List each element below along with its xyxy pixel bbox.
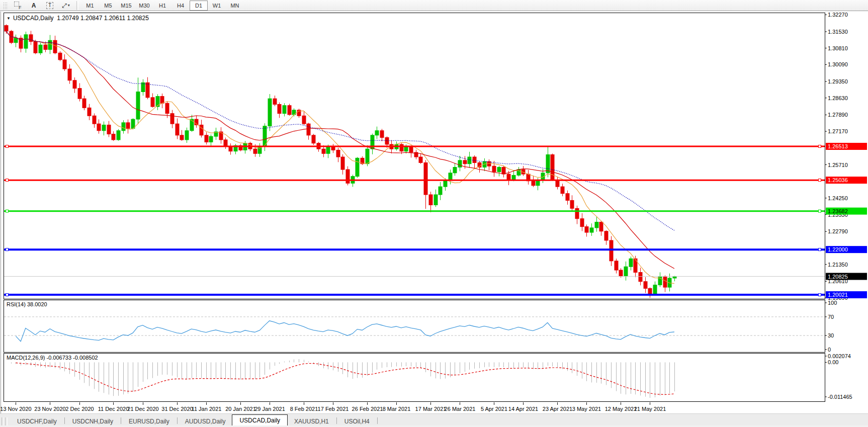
candle-body bbox=[341, 157, 344, 169]
candle-body bbox=[453, 167, 457, 173]
price-label-1.26513: 1.26513 bbox=[826, 143, 867, 150]
candle-body bbox=[419, 157, 422, 162]
timeframe-button-d1[interactable]: D1 bbox=[190, 1, 208, 11]
timeframe-button-m15[interactable]: M15 bbox=[117, 1, 135, 11]
candle-body bbox=[561, 187, 564, 194]
price-tick-label: 1.22790 bbox=[828, 228, 848, 234]
candle-body bbox=[190, 119, 194, 131]
candle-body bbox=[151, 98, 154, 107]
candle-body bbox=[624, 267, 628, 276]
line-handle[interactable] bbox=[6, 145, 9, 148]
date-label: 13 Nov 2020 bbox=[0, 406, 31, 412]
candle-body bbox=[48, 40, 52, 49]
textbox-tool-button[interactable]: T bbox=[42, 1, 58, 11]
horizontal-level-line[interactable] bbox=[4, 248, 825, 251]
macd-tick-label: 0.00 bbox=[828, 359, 838, 365]
candle-body bbox=[473, 157, 476, 162]
fibo-grid-icon: F bbox=[14, 2, 22, 9]
tab-separator bbox=[336, 417, 337, 424]
candle-body bbox=[58, 53, 62, 60]
chevron-down-icon: ▾ bbox=[68, 3, 70, 8]
candle-body bbox=[165, 103, 169, 113]
candle-body bbox=[229, 147, 232, 151]
price-tick-label: 1.32270 bbox=[828, 12, 848, 18]
rsi-tick-label: 30 bbox=[828, 332, 834, 338]
date-label: 14 Apr 2021 bbox=[508, 406, 538, 412]
line-handle[interactable] bbox=[819, 179, 821, 182]
timeframe-button-h1[interactable]: H1 bbox=[153, 1, 171, 11]
timeframe-button-h4[interactable]: H4 bbox=[171, 1, 190, 11]
date-label: 3 May 2021 bbox=[572, 406, 601, 412]
line-handle[interactable] bbox=[6, 210, 9, 212]
collapse-triangle-icon[interactable]: ▼ bbox=[7, 16, 11, 21]
candle-body bbox=[322, 149, 325, 153]
line-handle[interactable] bbox=[819, 210, 821, 212]
price-label-1.20021: 1.20021 bbox=[826, 291, 867, 298]
rsi-tick-label: 0 bbox=[828, 347, 831, 353]
cursor-arrows-dropdown-button[interactable]: ⤢ ▾ bbox=[58, 1, 74, 11]
line-handle[interactable] bbox=[6, 294, 9, 296]
cursor-arrows-icon: ⤢ bbox=[62, 2, 67, 9]
date-label: 26 Feb 2021 bbox=[352, 406, 383, 412]
timeframe-button-m1[interactable]: M1 bbox=[81, 1, 99, 11]
candle-body bbox=[434, 195, 438, 205]
candle-body bbox=[380, 131, 384, 138]
line-handle[interactable] bbox=[819, 294, 821, 296]
candle-body bbox=[200, 125, 203, 135]
timeframe-button-w1[interactable]: W1 bbox=[208, 1, 226, 11]
price-axis[interactable]: 1.322701.315301.308101.300901.293501.286… bbox=[825, 12, 848, 301]
candle-body bbox=[176, 124, 179, 135]
date-axis[interactable]: 13 Nov 202023 Nov 20202 Dec 202011 Dec 2… bbox=[0, 402, 666, 412]
candle-body bbox=[160, 97, 164, 104]
candle-body bbox=[648, 288, 652, 294]
fibo-grid-tool-button[interactable]: F bbox=[10, 1, 26, 11]
candle-body bbox=[439, 187, 442, 195]
date-label: 5 Apr 2021 bbox=[481, 406, 507, 412]
date-label: 11 Jan 2021 bbox=[192, 406, 222, 412]
chart-tab-bar: USDCHF,DailyUSDCNH,DailyEURUSD,DailyAUDU… bbox=[0, 413, 868, 427]
candle-body bbox=[468, 157, 471, 164]
macd-tick-label: -0.011465 bbox=[828, 394, 852, 400]
price-label-text: 1.22000 bbox=[828, 246, 848, 252]
tabbar-grip-2[interactable] bbox=[5, 417, 8, 425]
candle-body bbox=[73, 80, 76, 89]
price-tick-label: 1.27890 bbox=[828, 112, 848, 118]
timeframe-button-mn[interactable]: MN bbox=[226, 1, 244, 11]
tabbar-grip[interactable] bbox=[2, 417, 4, 425]
text-tool-button[interactable]: A bbox=[26, 1, 42, 11]
price-label-1.22000: 1.22000 bbox=[826, 246, 867, 253]
text-a-icon: A bbox=[32, 2, 36, 9]
candle-body bbox=[566, 194, 569, 201]
timeframe-button-m30[interactable]: M30 bbox=[135, 1, 153, 11]
candle-body bbox=[575, 208, 579, 218]
timeframe-button-m5[interactable]: M5 bbox=[99, 1, 117, 11]
line-handle[interactable] bbox=[6, 179, 9, 182]
candle-body bbox=[82, 99, 86, 108]
toolbar-drag-handle[interactable] bbox=[3, 2, 8, 9]
candle-body bbox=[463, 160, 467, 164]
candle-body bbox=[604, 231, 608, 240]
candle-body bbox=[34, 42, 37, 53]
mt4-window: { "toolbar": { "tools": [ {"name": "fibo… bbox=[0, 0, 868, 427]
macd-panel[interactable] bbox=[4, 354, 825, 402]
candle-body bbox=[336, 150, 340, 157]
candle-body bbox=[117, 131, 120, 140]
price-tick-label: 1.25710 bbox=[828, 162, 848, 168]
horizontal-level-line[interactable] bbox=[4, 294, 825, 296]
price-tick-label: 1.27170 bbox=[828, 128, 848, 134]
line-handle[interactable] bbox=[819, 145, 821, 148]
candle-body bbox=[429, 195, 432, 205]
candle-body bbox=[409, 147, 413, 152]
price-label-text: 1.23682 bbox=[828, 208, 848, 214]
candle-body bbox=[122, 123, 125, 131]
candle-body bbox=[610, 240, 613, 261]
rsi-panel[interactable] bbox=[4, 300, 825, 353]
candle-body bbox=[326, 147, 330, 154]
chart-canvas[interactable]: 1.322701.315301.308101.300901.293501.286… bbox=[0, 12, 868, 413]
candle-body bbox=[14, 38, 18, 43]
candle-body bbox=[288, 106, 291, 115]
date-label: 11 Dec 2020 bbox=[98, 406, 129, 412]
line-handle[interactable] bbox=[6, 248, 9, 251]
candle-body bbox=[53, 40, 57, 53]
line-handle[interactable] bbox=[819, 248, 821, 251]
